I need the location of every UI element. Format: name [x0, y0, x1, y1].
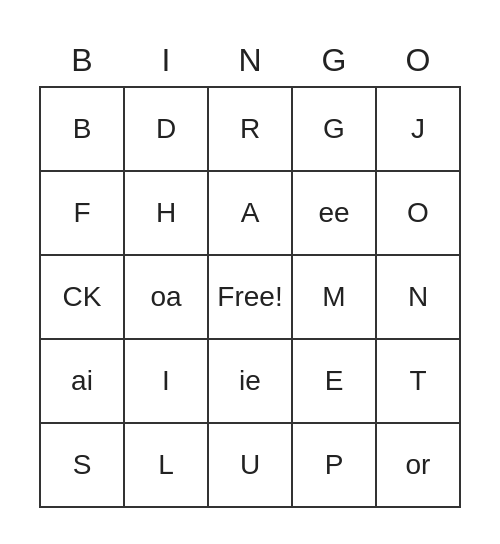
cell-0-0[interactable]: B — [41, 88, 125, 172]
bingo-grid: B D R G J F H A ee O CK oa Free! M N ai … — [39, 86, 461, 508]
bingo-header: B I N G O — [40, 36, 460, 84]
cell-4-2[interactable]: U — [209, 424, 293, 508]
cell-1-2[interactable]: A — [209, 172, 293, 256]
cell-2-2[interactable]: Free! — [209, 256, 293, 340]
cell-1-0[interactable]: F — [41, 172, 125, 256]
cell-1-4[interactable]: O — [377, 172, 461, 256]
cell-4-3[interactable]: P — [293, 424, 377, 508]
cell-4-4[interactable]: or — [377, 424, 461, 508]
bingo-card: B I N G O B D R G J F H A ee O CK oa Fre… — [39, 36, 461, 508]
cell-1-1[interactable]: H — [125, 172, 209, 256]
cell-3-4[interactable]: T — [377, 340, 461, 424]
cell-0-1[interactable]: D — [125, 88, 209, 172]
cell-2-4[interactable]: N — [377, 256, 461, 340]
cell-3-1[interactable]: I — [125, 340, 209, 424]
cell-3-0[interactable]: ai — [41, 340, 125, 424]
cell-3-3[interactable]: E — [293, 340, 377, 424]
header-b: B — [40, 36, 124, 84]
cell-0-2[interactable]: R — [209, 88, 293, 172]
cell-0-4[interactable]: J — [377, 88, 461, 172]
cell-2-0[interactable]: CK — [41, 256, 125, 340]
cell-1-3[interactable]: ee — [293, 172, 377, 256]
header-i: I — [124, 36, 208, 84]
cell-4-1[interactable]: L — [125, 424, 209, 508]
cell-4-0[interactable]: S — [41, 424, 125, 508]
cell-2-3[interactable]: M — [293, 256, 377, 340]
header-g: G — [292, 36, 376, 84]
header-o: O — [376, 36, 460, 84]
header-n: N — [208, 36, 292, 84]
cell-2-1[interactable]: oa — [125, 256, 209, 340]
cell-3-2[interactable]: ie — [209, 340, 293, 424]
cell-0-3[interactable]: G — [293, 88, 377, 172]
